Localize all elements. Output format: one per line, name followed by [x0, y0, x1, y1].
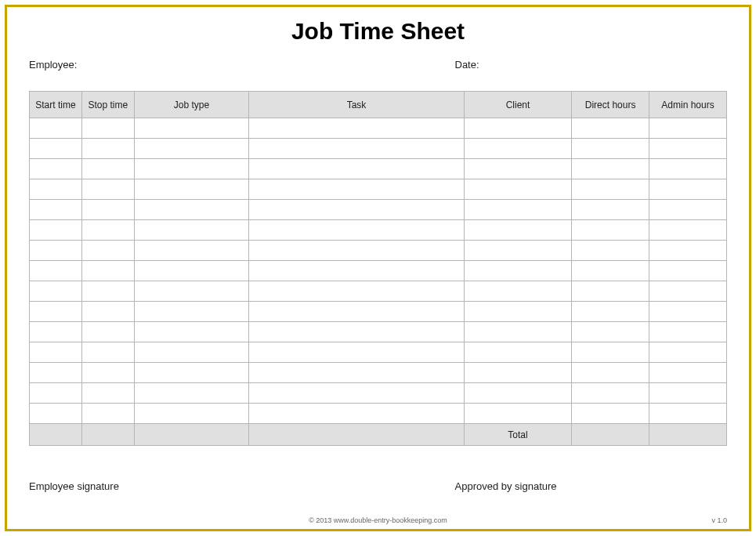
table-cell — [81, 159, 134, 179]
table-cell — [464, 179, 571, 200]
table-cell — [649, 200, 727, 220]
table-cell — [572, 159, 649, 179]
table-cell — [572, 404, 649, 424]
table-cell — [649, 261, 727, 281]
approved-signature-label: Approved by signature — [455, 480, 727, 492]
table-cell — [249, 383, 465, 404]
table-cell — [249, 363, 465, 383]
table-cell — [649, 342, 727, 363]
table-row — [30, 342, 727, 363]
table-row — [30, 159, 727, 179]
total-cell-blank — [134, 424, 248, 446]
table-cell — [464, 139, 571, 159]
total-row: Total — [30, 424, 727, 446]
table-cell — [464, 383, 571, 404]
table-row — [30, 404, 727, 424]
table-cell — [464, 241, 571, 261]
col-header-start: Start time — [30, 92, 82, 118]
table-cell — [30, 241, 82, 261]
table-cell — [81, 179, 134, 200]
table-cell — [30, 159, 82, 179]
date-label: Date: — [455, 59, 727, 71]
table-cell — [30, 220, 82, 241]
table-row — [30, 139, 727, 159]
table-cell — [649, 220, 727, 241]
table-cell — [464, 159, 571, 179]
table-cell — [134, 281, 248, 302]
table-cell — [249, 404, 465, 424]
table-cell — [134, 322, 248, 342]
table-cell — [81, 139, 134, 159]
table-cell — [30, 363, 82, 383]
table-cell — [572, 281, 649, 302]
table-cell — [81, 220, 134, 241]
table-cell — [649, 139, 727, 159]
table-row — [30, 281, 727, 302]
table-cell — [249, 179, 465, 200]
table-cell — [249, 118, 465, 139]
table-cell — [572, 179, 649, 200]
table-cell — [572, 241, 649, 261]
table-row — [30, 200, 727, 220]
table-cell — [134, 179, 248, 200]
total-admin-cell — [649, 424, 727, 446]
table-cell — [30, 281, 82, 302]
table-cell — [81, 302, 134, 322]
table-cell — [464, 363, 571, 383]
table-cell — [464, 281, 571, 302]
table-cell — [134, 404, 248, 424]
table-cell — [649, 179, 727, 200]
table-cell — [81, 363, 134, 383]
info-row: Employee: Date: — [29, 59, 727, 71]
table-cell — [464, 200, 571, 220]
table-cell — [572, 261, 649, 281]
col-header-direct: Direct hours — [572, 92, 649, 118]
table-cell — [572, 302, 649, 322]
employee-label: Employee: — [29, 59, 455, 71]
table-cell — [81, 342, 134, 363]
table-cell — [30, 261, 82, 281]
table-cell — [572, 383, 649, 404]
table-cell — [81, 118, 134, 139]
table-cell — [81, 383, 134, 404]
table-cell — [249, 281, 465, 302]
table-row — [30, 363, 727, 383]
table-cell — [572, 139, 649, 159]
table-cell — [464, 322, 571, 342]
document-title: Job Time Sheet — [29, 18, 727, 45]
table-cell — [134, 200, 248, 220]
table-cell — [649, 363, 727, 383]
table-cell — [30, 302, 82, 322]
table-cell — [572, 363, 649, 383]
signature-row: Employee signature Approved by signature — [29, 480, 727, 492]
table-cell — [572, 342, 649, 363]
table-cell — [30, 404, 82, 424]
footer-copyright: © 2013 www.double-entry-bookkeeping.com — [29, 516, 727, 524]
table-row — [30, 322, 727, 342]
table-row — [30, 118, 727, 139]
table-cell — [249, 200, 465, 220]
total-label-cell: Total — [464, 424, 571, 446]
table-cell — [134, 241, 248, 261]
table-cell — [249, 241, 465, 261]
table-row — [30, 220, 727, 241]
table-cell — [249, 220, 465, 241]
table-cell — [30, 200, 82, 220]
table-cell — [649, 118, 727, 139]
table-cell — [134, 139, 248, 159]
table-cell — [649, 159, 727, 179]
table-row — [30, 241, 727, 261]
table-cell — [134, 383, 248, 404]
footer: © 2013 www.double-entry-bookkeeping.com … — [29, 516, 727, 524]
table-cell — [134, 159, 248, 179]
table-cell — [30, 322, 82, 342]
table-cell — [134, 342, 248, 363]
table-cell — [464, 342, 571, 363]
col-header-client: Client — [464, 92, 571, 118]
total-cell-blank — [81, 424, 134, 446]
table-cell — [249, 261, 465, 281]
table-cell — [134, 302, 248, 322]
timesheet-table: Start time Stop time Job type Task Clien… — [29, 91, 727, 446]
table-cell — [649, 322, 727, 342]
employee-signature-label: Employee signature — [29, 480, 455, 492]
